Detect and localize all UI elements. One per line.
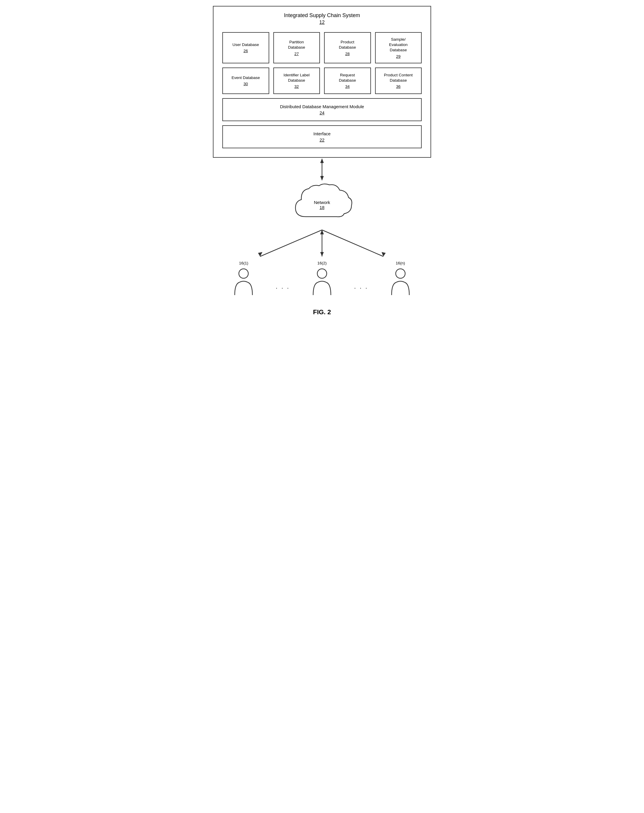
db-partition-number: 27 bbox=[294, 52, 299, 56]
svg-marker-2 bbox=[320, 176, 324, 181]
db-event-name: Event Database bbox=[232, 75, 260, 81]
db-product-number: 28 bbox=[345, 52, 350, 56]
svg-line-9 bbox=[322, 230, 383, 256]
db-grid-row1: User Database 26 PartitionDatabase 27 Pr… bbox=[222, 32, 422, 63]
user-col-1: 16(1) bbox=[213, 261, 274, 300]
user-figure-2 bbox=[309, 267, 335, 300]
db-sample-name: Sample/EvaluationDatabase bbox=[389, 37, 408, 53]
cloud-container: Network 18 bbox=[290, 181, 354, 228]
user-label-2: 16(2) bbox=[317, 261, 327, 265]
db-event-number: 30 bbox=[244, 82, 248, 86]
db-sample-number: 29 bbox=[396, 54, 400, 59]
svg-marker-0 bbox=[320, 158, 324, 163]
dots-between-users: · · · bbox=[274, 285, 291, 291]
user-label-n: 16(n) bbox=[396, 261, 405, 265]
ellipsis-dots-2: · · · bbox=[354, 285, 368, 291]
interface-number: 22 bbox=[229, 137, 415, 142]
db-partition: PartitionDatabase 27 bbox=[273, 32, 320, 63]
db-product-content-number: 36 bbox=[396, 84, 400, 89]
network-section: Network 18 bbox=[213, 181, 431, 300]
module-name: Distributed Database Management Module bbox=[229, 104, 415, 109]
ellipsis-dots: · · · bbox=[276, 285, 290, 291]
module-number: 24 bbox=[229, 110, 415, 115]
db-product: ProductDatabase 28 bbox=[324, 32, 371, 63]
svg-marker-7 bbox=[320, 252, 324, 256]
interface-box: Interface 22 bbox=[222, 125, 422, 148]
db-grid-row2: Event Database 30 Identifier LabelDataba… bbox=[222, 67, 422, 94]
db-sample: Sample/EvaluationDatabase 29 bbox=[375, 32, 422, 63]
user-label-1: 16(1) bbox=[239, 261, 248, 265]
dots-between-users-2: · · · bbox=[353, 285, 370, 291]
db-partition-name: PartitionDatabase bbox=[288, 40, 305, 50]
db-user-number: 26 bbox=[244, 49, 248, 53]
svg-line-3 bbox=[260, 230, 322, 256]
fig-label: FIG. 2 bbox=[313, 308, 331, 316]
db-identifier-number: 32 bbox=[294, 84, 299, 89]
db-request: RequestDatabase 34 bbox=[324, 67, 371, 94]
users-section: 16(1) · · · 16(2) bbox=[213, 261, 431, 300]
svg-point-12 bbox=[239, 269, 248, 278]
svg-point-14 bbox=[396, 269, 405, 278]
db-identifier: Identifier LabelDatabase 32 bbox=[273, 67, 320, 94]
db-product-name: ProductDatabase bbox=[339, 40, 356, 50]
svg-point-13 bbox=[317, 269, 327, 278]
interface-name: Interface bbox=[229, 131, 415, 136]
user-figure-n bbox=[387, 267, 414, 300]
network-number: 18 bbox=[314, 205, 330, 210]
db-request-name: RequestDatabase bbox=[339, 72, 356, 83]
vertical-double-arrow bbox=[316, 158, 328, 181]
module-box: Distributed Database Management Module 2… bbox=[222, 98, 422, 121]
system-box: Integrated Supply Chain System 12 User D… bbox=[213, 6, 431, 158]
db-event: Event Database 30 bbox=[222, 67, 269, 94]
page-container: Integrated Supply Chain System 12 User D… bbox=[211, 6, 433, 316]
fan-arrows-svg bbox=[219, 228, 425, 264]
db-product-content-name: Product ContentDatabase bbox=[384, 72, 413, 83]
system-title: Integrated Supply Chain System bbox=[222, 12, 422, 18]
user-col-n: 16(n) bbox=[370, 261, 431, 300]
network-label: Network 18 bbox=[314, 200, 330, 210]
user-col-2: 16(2) bbox=[291, 261, 353, 300]
db-request-number: 34 bbox=[345, 84, 350, 89]
network-name: Network bbox=[314, 200, 330, 205]
db-product-content: Product ContentDatabase 36 bbox=[375, 67, 422, 94]
db-identifier-name: Identifier LabelDatabase bbox=[284, 72, 310, 83]
user-figure-1 bbox=[230, 267, 257, 300]
db-user-name: User Database bbox=[232, 42, 259, 47]
db-user: User Database 26 bbox=[222, 32, 269, 63]
system-number: 12 bbox=[222, 20, 422, 25]
